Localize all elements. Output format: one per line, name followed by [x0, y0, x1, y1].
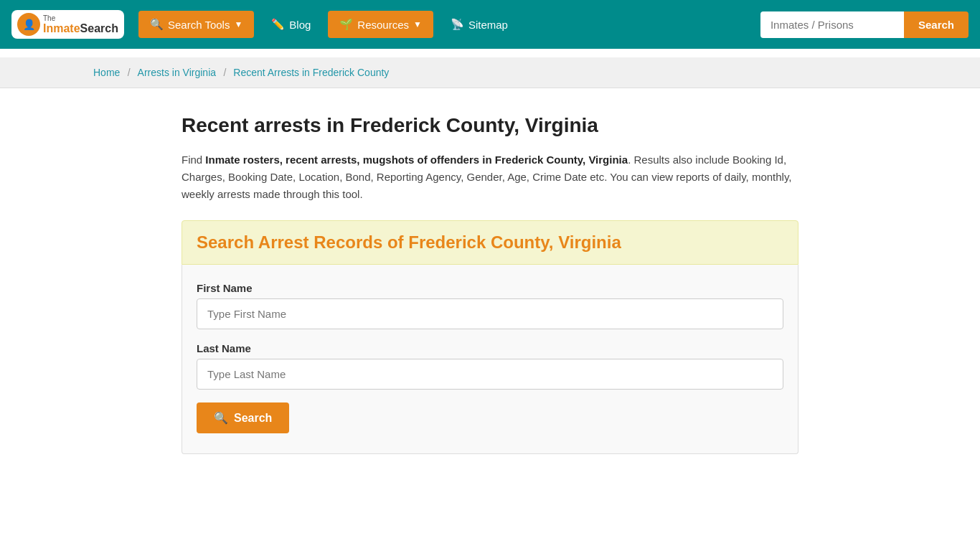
breadcrumb-arrests-link[interactable]: Arrests in Virginia	[138, 67, 216, 78]
search-form-box: First Name Last Name 🔍 Search	[182, 265, 798, 454]
site-header: 👤 The Inmate Search 🔍 Search Tools ▼ ✏️ …	[0, 0, 980, 49]
description-intro: Find	[182, 154, 205, 166]
blog-icon: ✏️	[271, 18, 285, 31]
resources-button[interactable]: 🌱 Resources ▼	[328, 11, 433, 38]
first-name-group: First Name	[197, 282, 783, 329]
search-submit-icon: 🔍	[214, 411, 228, 425]
description-bold: Inmate rosters, recent arrests, mugshots…	[205, 154, 628, 166]
resources-chevron-icon: ▼	[413, 19, 422, 29]
main-content: Recent arrests in Frederick County, Virg…	[167, 88, 813, 468]
sitemap-icon: 📡	[451, 18, 464, 31]
breadcrumb: Home / Arrests in Virginia / Recent Arre…	[0, 57, 980, 88]
page-title: Recent arrests in Frederick County, Virg…	[182, 114, 798, 137]
breadcrumb-home-link[interactable]: Home	[93, 67, 120, 78]
search-section-header: Search Arrest Records of Frederick Count…	[182, 220, 798, 265]
header-search-input[interactable]	[760, 11, 904, 38]
blog-label: Blog	[289, 19, 311, 31]
last-name-label: Last Name	[197, 342, 783, 354]
breadcrumb-separator-2: /	[224, 67, 230, 78]
breadcrumb-separator-1: /	[128, 67, 133, 78]
first-name-label: First Name	[197, 282, 783, 294]
search-tools-icon: 🔍	[150, 18, 164, 31]
search-tools-label: Search Tools	[168, 19, 230, 31]
search-tools-button[interactable]: 🔍 Search Tools ▼	[138, 11, 254, 38]
sitemap-label: Sitemap	[468, 19, 508, 31]
resources-icon: 🌱	[339, 18, 353, 31]
search-submit-label: Search	[234, 412, 272, 425]
sitemap-nav-link[interactable]: 📡 Sitemap	[440, 11, 518, 38]
logo-the: The	[43, 14, 118, 22]
last-name-input[interactable]	[197, 359, 783, 390]
search-submit-button[interactable]: 🔍 Search	[197, 402, 289, 433]
logo-icon: 👤	[17, 13, 40, 36]
search-section-title: Search Arrest Records of Frederick Count…	[197, 232, 783, 253]
search-tools-chevron-icon: ▼	[234, 19, 242, 29]
resources-label: Resources	[357, 19, 409, 31]
blog-nav-link[interactable]: ✏️ Blog	[261, 11, 321, 38]
logo-inmate: Inmate	[43, 22, 80, 35]
site-logo[interactable]: 👤 The Inmate Search	[11, 10, 124, 39]
last-name-group: Last Name	[197, 342, 783, 390]
logo-search: Search	[80, 22, 118, 35]
description-text: Find Inmate rosters, recent arrests, mug…	[182, 151, 798, 203]
breadcrumb-current-link[interactable]: Recent Arrests in Frederick County	[233, 67, 389, 78]
logo-text: The Inmate Search	[43, 14, 118, 35]
header-search-button[interactable]: Search	[904, 11, 969, 38]
header-search-bar: Search	[760, 11, 969, 38]
first-name-input[interactable]	[197, 298, 783, 329]
header-search-button-label: Search	[918, 19, 954, 31]
